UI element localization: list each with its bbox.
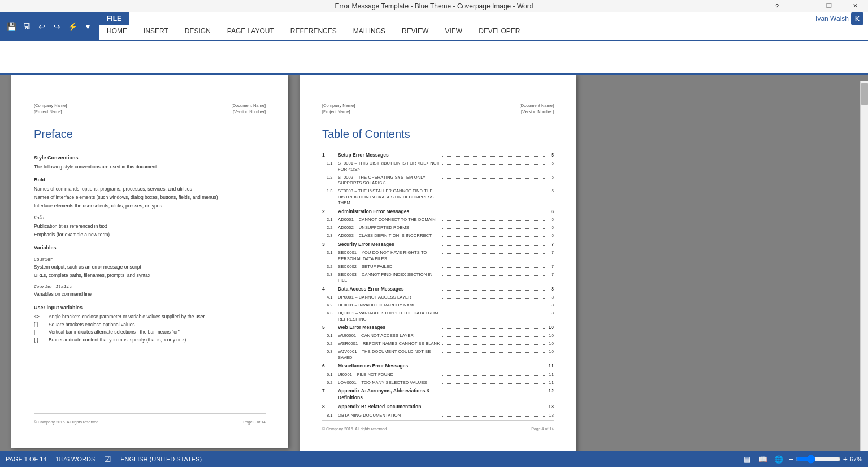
tab-page-layout[interactable]: PAGE LAYOUT: [219, 25, 283, 37]
read-mode-btn[interactable]: 📖: [757, 453, 769, 465]
toc-page-24: 13: [547, 404, 554, 410]
close-button[interactable]: ✕: [842, 0, 868, 12]
web-layout-btn[interactable]: 🌐: [773, 453, 784, 465]
toc-dots-15: [442, 314, 545, 314]
toc-label-18: WSR0001 – Report names cannot be blank: [338, 341, 440, 347]
toc-entry-0: 1Setup Error Messages5: [322, 152, 554, 159]
toc-page-14: 8: [547, 302, 554, 308]
restore-button[interactable]: ❐: [816, 0, 842, 12]
undo-qat-button[interactable]: ↩: [35, 20, 49, 33]
tab-review[interactable]: REVIEW: [394, 25, 437, 37]
brace-symbol: { }: [34, 337, 43, 344]
toc-page-11: 7: [547, 271, 554, 278]
preface-footer-right: Page 3 of 14: [243, 420, 266, 425]
toc-num-1: 1.1: [322, 161, 338, 167]
file-tab[interactable]: FILE: [99, 12, 129, 25]
toc-num-8: 3: [322, 241, 338, 248]
tab-references[interactable]: REFERENCES: [283, 25, 345, 37]
bold-desc3: Interface elements the user selects, cli…: [34, 203, 266, 210]
zoom-slider[interactable]: [796, 455, 841, 464]
variables-heading: Variables: [34, 244, 266, 252]
toc-dots-4: [442, 213, 545, 213]
toc-num-17: 5.1: [322, 333, 338, 339]
toc-num-3: 1.3: [322, 188, 338, 194]
tab-mailings[interactable]: MAILINGS: [345, 25, 394, 37]
zoom-minus[interactable]: −: [789, 455, 793, 464]
toc-num-9: 3.1: [322, 250, 338, 256]
toc-num-2: 1.2: [322, 175, 338, 181]
toc-label-3: ST0003 – The installer cannot find the d…: [338, 188, 440, 206]
help-button[interactable]: ?: [764, 0, 790, 12]
toc-page-23: 12: [547, 388, 554, 395]
minimize-button[interactable]: —: [790, 0, 816, 12]
toc-page-17: 10: [547, 332, 554, 339]
toc-page-4: 6: [547, 209, 554, 215]
convention-square: [ ] Square brackets enclose optional val…: [34, 322, 266, 328]
toc-num-20: 6: [322, 363, 338, 370]
toc-dots-11: [442, 275, 545, 276]
tab-home[interactable]: HOME: [99, 25, 136, 37]
toc-entry-11: 3.3SEC0003 – Cannot find Index section i…: [322, 271, 554, 284]
quick-access-toolbar: 💾 🖫 ↩ ↪ ⚡ ▾: [0, 12, 99, 41]
tab-developer[interactable]: DEVELOPER: [471, 25, 528, 37]
courier-heading: Courier: [34, 256, 266, 262]
toc-label-1: ST0001 – This distribution is for <OS> n…: [338, 161, 440, 172]
italic-desc2: Emphasis (for example a new term): [34, 232, 266, 239]
status-bar: PAGE 1 OF 14 1876 WORDS ☑ ENGLISH (UNITE…: [0, 451, 868, 467]
preface-footer: © Company 2016. All rights reserved. Pag…: [34, 413, 266, 425]
print-layout-btn[interactable]: ▤: [741, 453, 753, 465]
quick-print-button[interactable]: ⚡: [66, 20, 79, 33]
preface-version: [Version Number]: [232, 109, 266, 115]
toc-label-6: AD0002 – Unsupported RDBMS: [338, 225, 440, 231]
save2-qat-button[interactable]: 🖫: [20, 20, 33, 33]
toc-dots-24: [442, 408, 545, 408]
save-qat-button[interactable]: 💾: [5, 20, 18, 33]
toc-page-18: 10: [547, 340, 554, 347]
vertical-scrollbar[interactable]: [860, 81, 868, 451]
square-desc: Square brackets enclose optional values: [49, 322, 266, 328]
bold-desc1: Names of commands, options, programs, pr…: [34, 186, 266, 193]
toc-dots-8: [442, 245, 545, 246]
toc-dots-23: [442, 392, 545, 392]
toc-page-10: 7: [547, 263, 554, 270]
toc-dots-17: [442, 336, 545, 337]
tab-view[interactable]: VIEW: [437, 25, 471, 37]
toc-entry-10: 3.2SEC0002 – Setup Failed7: [322, 263, 554, 270]
qat-dropdown[interactable]: ▾: [81, 20, 94, 33]
toc-page: [Company Name] [Project Name] [Document …: [300, 75, 576, 451]
toc-dots-18: [442, 344, 545, 345]
toc-page-7: 6: [547, 232, 554, 239]
toc-dots-7: [442, 236, 545, 237]
zoom-plus[interactable]: +: [843, 455, 848, 464]
square-symbol: [ ]: [34, 322, 43, 328]
window-title: Error Message Template - Blue Theme - Co…: [335, 2, 533, 10]
toc-entry-2: 1.2ST0002 – The Operating System only su…: [322, 174, 554, 187]
toc-entry-13: 4.1DP0001 – Cannot Access Layer8: [322, 294, 554, 301]
toc-num-14: 4.2: [322, 302, 338, 309]
toc-container: 1Setup Error Messages51.1ST0001 – This d…: [322, 150, 554, 420]
toc-label-13: DP0001 – Cannot Access Layer: [338, 295, 440, 301]
toc-page-19: 10: [547, 348, 554, 354]
toc-num-21: 6.1: [322, 372, 338, 378]
toc-label-7: AD0003 – Class definition is incorrect: [338, 233, 440, 239]
toc-num-16: 5: [322, 325, 338, 331]
preface-project-name: [Project Name]: [34, 109, 67, 115]
proofing-icon: ☑: [104, 455, 111, 464]
toc-num-5: 2.1: [322, 217, 338, 223]
tab-design[interactable]: DESIGN: [177, 25, 219, 37]
toc-entry-6: 2.2AD0002 – Unsupported RDBMS6: [322, 224, 554, 231]
user-avatar[interactable]: K: [851, 12, 863, 25]
toc-label-19: WJV0001 – The document could not be save…: [338, 349, 440, 361]
zoom-control[interactable]: − + 67%: [789, 455, 862, 464]
toc-label-12: Data Access Error Messages: [338, 286, 440, 293]
toc-page-12: 8: [547, 286, 554, 293]
toc-page-16: 10: [547, 325, 554, 331]
courier-italic-heading: Courier Italic: [34, 283, 266, 289]
courier-desc1: System output, such as an error message …: [34, 264, 266, 271]
redo-qat-button[interactable]: ↪: [50, 20, 64, 33]
scrollbar-thumb[interactable]: [861, 83, 868, 105]
toc-label-22: LOV0001 – Too many selected values: [338, 380, 440, 386]
zoom-level: 67%: [850, 456, 862, 462]
document-area: [Company Name] [Project Name] [Document …: [0, 75, 868, 451]
tab-insert[interactable]: INSERT: [136, 25, 177, 37]
